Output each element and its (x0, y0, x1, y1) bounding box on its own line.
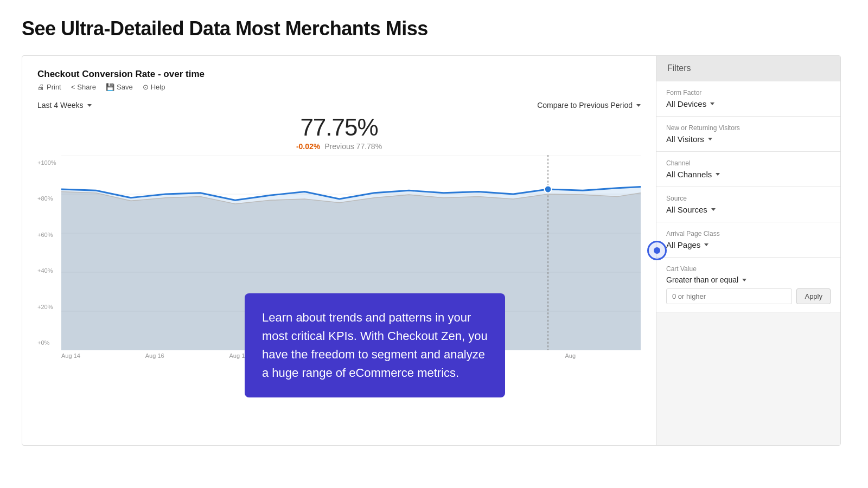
save-icon: 💾 (106, 83, 114, 91)
filter-visitors: New or Returning Visitors All Visitors (656, 117, 840, 152)
filter-form-factor: Form Factor All Devices (656, 81, 840, 117)
apply-button[interactable]: Apply (796, 288, 831, 304)
filter-arrival-page: Arrival Page Class All Pages (656, 222, 840, 258)
share-icon: < (71, 83, 75, 91)
arrival-page-dropdown[interactable]: All Pages (666, 240, 831, 249)
overlay-tooltip: Learn about trends and patterns in your … (245, 293, 505, 397)
date-range-chevron (87, 104, 92, 107)
chart-title: Checkout Conversion Rate - over time (37, 69, 641, 80)
cart-value-label: Cart Value (666, 265, 831, 273)
save-button[interactable]: 💾 Save (106, 83, 133, 91)
filter-source: Source All Sources (656, 187, 840, 222)
metric-value: 77.75% (37, 114, 641, 141)
date-range-selector[interactable]: Last 4 Weeks (37, 101, 92, 110)
help-button[interactable]: ⊙ Help (143, 83, 165, 91)
channel-label: Channel (666, 159, 831, 167)
cart-operator-chevron (742, 279, 746, 281)
metric-change: -0.02% (296, 142, 320, 151)
compare-period-selector[interactable]: Compare to Previous Period (537, 101, 641, 110)
arrival-page-chevron (704, 243, 709, 246)
svg-point-7 (545, 185, 552, 193)
chart-controls: Last 4 Weeks Compare to Previous Period (37, 101, 641, 110)
metric-sub: -0.02% Previous 77.78% (37, 142, 641, 151)
arrival-page-label: Arrival Page Class (666, 230, 831, 237)
y-axis-labels: +100% +80% +60% +40% +20% +0% (37, 155, 56, 350)
metric-previous: Previous 77.78% (324, 142, 382, 151)
cart-value-input-row: Apply (666, 288, 831, 304)
channel-chevron (716, 173, 720, 176)
help-icon: ⊙ (143, 83, 149, 91)
source-chevron (711, 208, 716, 211)
filter-cart-value: Cart Value Greater than or equal Apply (656, 258, 840, 312)
visitors-dropdown[interactable]: All Visitors (666, 134, 831, 144)
page-title: See Ultra-Detailed Data Most Merchants M… (22, 17, 846, 40)
form-factor-chevron (710, 102, 714, 105)
filter-panel: Filters Form Factor All Devices New or R… (656, 56, 840, 445)
visitors-chevron (708, 138, 712, 140)
compare-chevron (636, 104, 641, 107)
channel-dropdown[interactable]: All Channels (666, 170, 831, 179)
visitors-label: New or Returning Visitors (666, 124, 831, 132)
cursor-indicator (647, 241, 667, 260)
cart-value-input[interactable] (666, 288, 792, 304)
print-icon: 🖨 (37, 83, 44, 91)
main-container: Checkout Conversion Rate - over time 🖨 P… (22, 55, 841, 446)
form-factor-dropdown[interactable]: All Devices (666, 99, 831, 108)
source-label: Source (666, 195, 831, 202)
chart-toolbar: 🖨 Print < Share 💾 Save ⊙ Help (37, 83, 641, 91)
chart-panel: Checkout Conversion Rate - over time 🖨 P… (22, 56, 656, 445)
cart-operator-dropdown[interactable]: Greater than or equal (666, 275, 746, 284)
filters-header: Filters (656, 56, 840, 81)
cart-value-operator-row: Greater than or equal (666, 275, 831, 284)
share-button[interactable]: < Share (71, 83, 96, 91)
print-button[interactable]: 🖨 Print (37, 83, 61, 91)
form-factor-label: Form Factor (666, 89, 831, 97)
filter-channel: Channel All Channels (656, 152, 840, 187)
metric-display: 77.75% -0.02% Previous 77.78% (37, 114, 641, 151)
source-dropdown[interactable]: All Sources (666, 205, 831, 214)
